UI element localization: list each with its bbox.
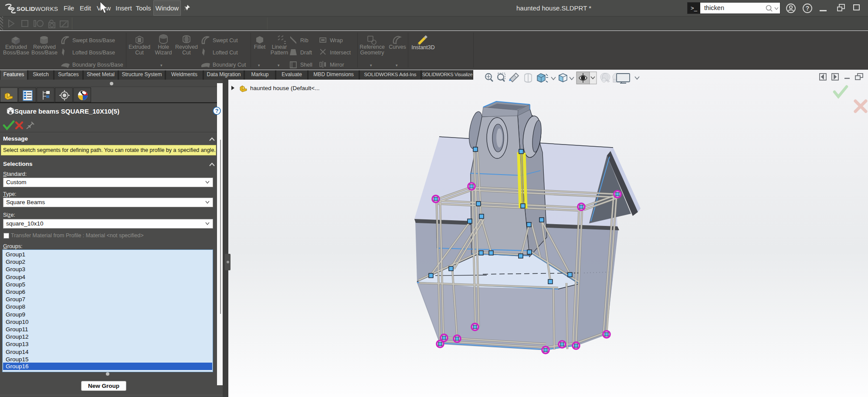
svg-text:SOLIDWORKS: SOLIDWORKS — [17, 6, 58, 12]
svg-text:?: ? — [806, 5, 810, 12]
svg-text:?: ? — [215, 108, 219, 114]
